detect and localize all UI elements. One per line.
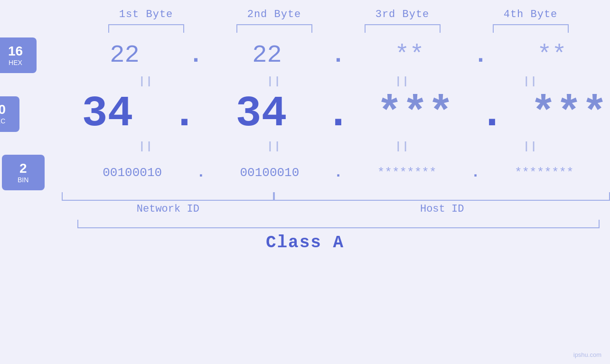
bin-label: 2 BIN xyxy=(2,155,45,190)
hex-label: 16 HEX xyxy=(0,37,37,73)
bracket-byte3 xyxy=(338,24,467,33)
eq2-sign4: || xyxy=(523,140,537,152)
hex-base-text: HEX xyxy=(9,59,22,66)
hex-cell2: 22 xyxy=(203,41,331,69)
bin-base-number: 2 xyxy=(19,162,27,175)
class-label-row: Class A xyxy=(0,233,610,252)
eq2-cell4: || xyxy=(467,140,595,152)
dec-val2: 34 xyxy=(197,90,326,138)
network-id-label: Network ID xyxy=(62,203,274,215)
bracket-byte4 xyxy=(467,24,595,33)
dec-row: 10 DEC 34 . 34 . *** . *** xyxy=(0,90,610,138)
host-bracket xyxy=(274,192,610,201)
bin-base-text: BIN xyxy=(18,176,28,184)
dec-cell2: 34 xyxy=(197,90,326,138)
eq1-sign4: || xyxy=(523,75,537,87)
bin-cell4: ******** xyxy=(480,166,608,180)
hex-cell1: 22 xyxy=(60,41,188,69)
eq2-cell2: || xyxy=(210,140,338,152)
bin-dot3: . xyxy=(471,169,480,177)
dec-dot2: . xyxy=(326,93,351,135)
equals-row-2: || || || || xyxy=(0,138,610,155)
dec-label: 10 DEC xyxy=(0,96,19,132)
bin-cell2: 00100010 xyxy=(206,166,334,180)
dec-cell1: 34 xyxy=(43,90,171,138)
full-bracket-row xyxy=(0,220,610,228)
eq1-sign3: || xyxy=(395,75,409,87)
dec-val4: *** xyxy=(505,90,610,138)
dec-val3: *** xyxy=(351,90,479,138)
eq1-cell4: || xyxy=(467,75,595,87)
hex-values: 22 . 22 . ** . ** xyxy=(60,41,610,69)
dec-dot1: . xyxy=(171,93,197,135)
equals-row-1: || || || || xyxy=(0,73,610,90)
eq2-sign2: || xyxy=(267,140,281,152)
byte4-header: 4th Byte xyxy=(467,9,595,20)
class-label: Class A xyxy=(266,233,344,252)
hex-row: 16 HEX 22 . 22 . ** . ** xyxy=(0,37,610,73)
eq1-sign1: || xyxy=(139,75,153,87)
hex-val1: 22 xyxy=(60,41,188,69)
network-bracket xyxy=(62,192,274,201)
eq2-cell1: || xyxy=(82,140,210,152)
dec-cell4: *** xyxy=(505,90,610,138)
dec-values: 34 . 34 . *** . *** xyxy=(43,90,610,138)
hex-val3: ** xyxy=(346,41,474,69)
eq1-cell2: || xyxy=(210,75,338,87)
dec-base-number: 10 xyxy=(0,103,6,116)
dec-dot3: . xyxy=(479,93,505,135)
eq2-sign3: || xyxy=(395,140,409,152)
eq2-cell3: || xyxy=(338,140,467,152)
attribution: ipshu.com xyxy=(573,351,601,358)
eq2-sign1: || xyxy=(139,140,153,152)
byte1-header: 1st Byte xyxy=(82,9,210,20)
bin-dot1: . xyxy=(197,169,206,177)
hex-cell4: ** xyxy=(488,41,610,69)
byte2-header: 2nd Byte xyxy=(210,9,338,20)
dec-base-text: DEC xyxy=(0,117,5,125)
top-brackets xyxy=(0,24,610,33)
bin-val3: ******** xyxy=(343,166,471,180)
hex-dot1: . xyxy=(188,49,203,61)
id-labels: Network ID Host ID xyxy=(0,203,610,215)
bin-cell3: ******** xyxy=(343,166,471,180)
dec-cell3: *** xyxy=(351,90,479,138)
bin-val4: ******** xyxy=(480,166,608,180)
eq1-cell1: || xyxy=(82,75,210,87)
bin-val2: 00100010 xyxy=(206,166,334,180)
bin-row: 2 BIN 00100010 . 00100010 . ******** . *… xyxy=(0,155,610,190)
hex-base-number: 16 xyxy=(8,45,23,58)
dec-val1: 34 xyxy=(43,90,171,138)
eq1-sign2: || xyxy=(267,75,281,87)
bracket-byte2 xyxy=(210,24,338,33)
byte-headers: 1st Byte 2nd Byte 3rd Byte 4th Byte xyxy=(0,0,610,20)
full-bracket xyxy=(77,220,600,228)
hex-cell3: ** xyxy=(346,41,474,69)
hex-val2: 22 xyxy=(203,41,331,69)
main-container: 1st Byte 2nd Byte 3rd Byte 4th Byte 16 H… xyxy=(0,0,610,364)
bin-val1: 00100010 xyxy=(68,166,197,180)
host-id-label: Host ID xyxy=(274,203,610,215)
byte3-header: 3rd Byte xyxy=(338,9,467,20)
hex-dot3: . xyxy=(474,49,488,61)
hex-val4: ** xyxy=(488,41,610,69)
bin-cell1: 00100010 xyxy=(68,166,197,180)
bin-dot2: . xyxy=(334,169,343,177)
eq1-cell3: || xyxy=(338,75,467,87)
bottom-bracket-row xyxy=(0,192,610,201)
bin-values: 00100010 . 00100010 . ******** . *******… xyxy=(68,166,609,180)
hex-dot2: . xyxy=(331,49,346,61)
bracket-byte1 xyxy=(82,24,210,33)
